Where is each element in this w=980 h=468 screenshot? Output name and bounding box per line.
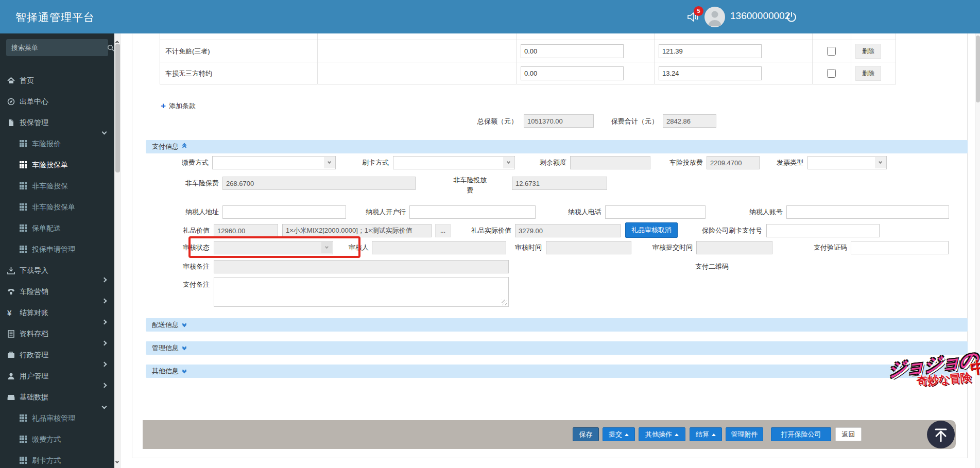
user-icon [7,372,15,380]
expand-icon[interactable] [183,348,186,350]
audit-submit-time-input [696,241,772,254]
open-insurer-button[interactable]: 打开保险公司 [771,427,831,441]
sidebar-item-archive[interactable]: 资料存档 [0,323,114,344]
sidebar-item-gift-audit-mgmt[interactable]: 礼品审核管理 [0,408,114,429]
back-button[interactable]: 返回 [835,427,862,441]
sidebar-item-pay-method[interactable]: 缴费方式 [0,429,114,450]
back-to-top-button[interactable] [927,421,955,448]
sidebar-item-noncar-insure[interactable]: 非车险投保 [0,176,114,197]
other-section-header[interactable]: 其他信息 [146,365,968,378]
taxpayer-bank-label: 纳税人开户行 [352,205,406,219]
grid-icon [20,140,27,148]
sidebar-item-car-policy-form[interactable]: 车险投保单 [0,154,114,176]
journal-icon [7,330,15,338]
pay-code-input[interactable] [851,241,949,254]
pay-remark-textarea[interactable] [214,277,509,307]
scroll-down-icon[interactable] [116,456,118,465]
delete-button[interactable]: 删除 [855,66,881,81]
add-clause-link[interactable]: +添加条款 [161,101,196,112]
sidebar-item-download-import[interactable]: 下载导入 [0,260,114,281]
user-phone[interactable]: 13600000002 [730,10,790,22]
main-scrollbar-thumb[interactable] [976,36,980,102]
clause-name: 不计免赔(三者) [160,40,318,62]
sidebar-item-car-quote[interactable]: 车险报价 [0,133,114,154]
gift-more-button[interactable]: ... [435,224,451,237]
invoice-type-select[interactable] [807,156,887,169]
clause-amount-input[interactable] [521,44,624,58]
car-fee-input [707,156,760,169]
clause-premium-input[interactable] [659,44,762,58]
sidebar-item-settlement[interactable]: ¥ 结算对账 [0,302,114,323]
save-button[interactable]: 保存 [573,427,599,441]
grid-icon [20,203,27,211]
sidebar-item-user-mgmt[interactable]: 用户管理 [0,366,114,387]
audit-remark-input [214,260,509,273]
clause-checkbox[interactable] [827,47,836,56]
sidebar-menu: 首页 出单中心 投保管理 车险报价 车险投保单 非车险投保 [0,70,114,468]
auditor-label: 审核人 [345,241,369,254]
gift-audit-cancel-button[interactable]: 礼品审核取消 [625,222,678,238]
delivery-section-header[interactable]: 配送信息 [146,318,968,332]
plus-icon: + [161,101,166,111]
insurer-pay-no-input[interactable] [766,224,880,237]
taxpayer-account-input[interactable] [786,205,949,219]
other-ops-dropdown-button[interactable]: 其他操作 [639,427,685,441]
remaining-quota-input [570,156,650,169]
delete-button[interactable]: 删除 [855,44,881,59]
taxpayer-bank-input[interactable] [409,205,536,219]
sidebar-item-admin[interactable]: 行政管理 [0,344,114,366]
search-icon[interactable] [107,44,114,51]
management-section-header[interactable]: 管理信息 [146,341,968,355]
sidebar-item-card-method[interactable]: 刷卡方式 [0,450,114,468]
logout-power-icon[interactable] [786,11,797,23]
sidebar-search-input[interactable] [6,44,107,51]
notification-badge: 5 [694,6,703,16]
clause-name: 车损无三方特约 [160,62,318,84]
taxpayer-phone-input[interactable] [605,205,706,219]
caret-up-icon [712,434,716,436]
grid-icon [20,161,27,169]
sidebar-item-issue-center[interactable]: 出单中心 [0,91,114,112]
main-scrollbar[interactable] [975,33,980,468]
sum-insured-input [524,114,594,128]
card-method-select[interactable] [393,156,515,169]
sidebar-scrollbar-thumb[interactable] [115,44,120,172]
noncar-premium-label: 非车险保费 [173,177,219,190]
payment-section-header[interactable]: 支付信息 [146,140,968,153]
taxpayer-addr-input[interactable] [222,205,346,219]
pay-method-select[interactable] [212,156,336,169]
sidebar-scrollbar[interactable] [114,33,121,468]
noncar-fee-label: 非车险投放费 [452,175,489,198]
premium-total-input [663,114,716,128]
submit-dropdown-button[interactable]: 提交 [603,427,635,441]
grid-icon [20,246,27,253]
expand-icon[interactable] [183,371,186,373]
top-arrow-icon [927,421,955,448]
invoice-type-label: 发票类型 [767,156,803,169]
gift-actual-input [515,224,621,237]
phone-icon [7,288,15,296]
briefcase-icon [7,351,15,359]
avatar[interactable] [704,7,725,27]
sidebar-item-insure-apply-mgmt[interactable]: 投保申请管理 [0,239,114,260]
resize-grip[interactable] [502,300,507,305]
clause-checkbox[interactable] [827,69,836,78]
remaining-quota-label: 剩余额度 [528,156,566,169]
chevron-down-icon [324,157,335,168]
sidebar-item-car-marketing[interactable]: 车险营销 [0,281,114,302]
clause-premium-input[interactable] [659,66,762,80]
clause-amount-input[interactable] [521,66,624,80]
sidebar-item-noncar-policy-form[interactable]: 非车险投保单 [0,197,114,218]
sidebar-search [6,39,108,56]
premium-total-label: 保费合计（元） [597,115,658,128]
sidebar-item-policy-mgmt[interactable]: 投保管理 [0,112,114,133]
sidebar-item-base-data[interactable]: 基础数据 [0,387,114,408]
sidebar-item-home[interactable]: 首页 [0,70,114,91]
settle-dropdown-button[interactable]: 结算 [690,427,722,441]
app-title: 智择通管理平台 [15,10,95,25]
collapse-icon[interactable] [183,145,186,149]
attachments-button[interactable]: 管理附件 [726,427,763,441]
expand-icon[interactable] [183,324,186,326]
gift-value-label: 礼品价值 [178,224,210,237]
sidebar-item-policy-delivery[interactable]: 保单配送 [0,218,114,239]
